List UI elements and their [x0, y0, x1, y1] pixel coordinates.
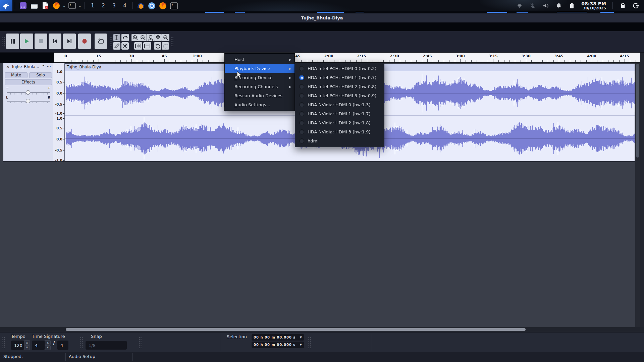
multi-tool-button[interactable] — [121, 42, 129, 50]
zoom-out-button[interactable] — [139, 34, 147, 41]
radio-icon[interactable] — [299, 84, 304, 89]
submenu-item-7[interactable]: HDA NVidia: HDMI 3 (hw:1,9) — [295, 127, 384, 136]
submenu-item-5[interactable]: HDA NVidia: HDMI 1 (hw:1,7) — [295, 109, 384, 118]
fit-project-button[interactable] — [154, 34, 162, 41]
time-signature-lower-select[interactable]: 4 — [57, 341, 68, 350]
skip-to-start-button[interactable] — [49, 34, 61, 49]
submenu-item-8[interactable]: hdmi — [295, 136, 384, 145]
track-control-panel[interactable]: × Tujhe_Bhula... ^ ⋯ Mute Solo Effects −… — [3, 63, 53, 161]
workspace-4[interactable]: 4 — [119, 3, 130, 9]
submenu-item-1[interactable]: HDA Intel PCH: HDMI 1 (hw:0,7) — [295, 73, 384, 82]
toolbar-grip[interactable] — [2, 337, 5, 348]
zoom-in-button[interactable] — [131, 34, 139, 41]
zoom-to-selection-button[interactable] — [147, 34, 154, 41]
radio-icon[interactable] — [299, 138, 304, 143]
redo-button[interactable] — [162, 42, 169, 50]
chevron-down-icon[interactable]: ⌄ — [77, 4, 82, 8]
menu-item-audio-settings-[interactable]: Audio Settings... — [225, 100, 294, 109]
radio-icon[interactable] — [299, 111, 304, 116]
selection-start-field[interactable]: 00 h 00 m 00.000 s ▼ — [252, 334, 304, 341]
lock-screen-icon[interactable] — [618, 1, 627, 10]
pause-button[interactable] — [6, 34, 19, 49]
track-name[interactable]: Tujhe_Bhula... — [11, 64, 40, 69]
radio-icon[interactable] — [299, 120, 304, 125]
loop-button[interactable] — [95, 34, 107, 49]
tempo-spinner[interactable]: ▲▼ — [24, 340, 30, 350]
undo-button[interactable] — [154, 42, 161, 50]
envelope-tool-button[interactable] — [121, 34, 129, 41]
radio-icon[interactable] — [299, 93, 304, 98]
audacity-task-icon[interactable] — [136, 1, 145, 10]
radio-icon[interactable] — [299, 129, 304, 134]
effects-button[interactable]: Effects — [5, 79, 52, 85]
toolbar-grip[interactable] — [80, 337, 83, 348]
menu-item-recording-device[interactable]: Recording Device▶ — [225, 73, 294, 82]
workspace-2[interactable]: 2 — [98, 3, 109, 9]
menu-item-playback-device[interactable]: Playback Device▶ — [225, 64, 294, 73]
chevron-down-icon[interactable]: ⌄ — [62, 4, 66, 8]
timeline-ruler[interactable]: 01530451:001:151:301:452:002:152:302:453… — [54, 53, 640, 63]
toolbar-grip[interactable] — [308, 337, 311, 348]
radio-icon[interactable] — [299, 102, 304, 107]
record-icon — [82, 39, 87, 44]
battery-icon[interactable] — [567, 1, 576, 10]
file-manager-icon[interactable] — [30, 1, 39, 10]
submenu-item-4[interactable]: HDA NVidia: HDMI 0 (hw:1,3) — [295, 100, 384, 109]
play-icon — [24, 39, 30, 44]
draw-tool-button[interactable] — [113, 42, 120, 50]
submenu-item-3[interactable]: HDA Intel PCH: HDMI 3 (hw:0,9) — [295, 91, 384, 100]
time-signature-spinner[interactable]: ▲▼ — [45, 340, 51, 350]
play-button[interactable] — [20, 34, 33, 49]
terminal-task-icon[interactable]: $_ — [169, 1, 178, 10]
submenu-item-0[interactable]: HDA Intel PCH: HDMI 0 (hw:0,3) — [295, 64, 384, 73]
toolbar-grip[interactable] — [109, 37, 112, 47]
toolbar-grip[interactable] — [2, 37, 5, 47]
clock[interactable]: 08:38 PM 30/10/2025 — [581, 1, 606, 11]
horizontal-scrollbar[interactable] — [0, 327, 644, 332]
menu-item-host[interactable]: Host▶ — [225, 55, 294, 64]
selection-tool-button[interactable] — [113, 34, 120, 41]
app-launcher-kali-icon[interactable] — [0, 0, 12, 11]
tempo-input[interactable]: 120 — [11, 341, 24, 350]
window-titlebar[interactable]: Tujhe_Bhula-Diya — [0, 13, 644, 22]
text-editor-icon[interactable] — [41, 1, 50, 10]
vertical-scale-ruler[interactable]: 1.00.50.0-0.5-1.01.00.50.0-0.5-1.0 — [53, 63, 65, 161]
radio-icon[interactable] — [299, 66, 304, 71]
record-button[interactable] — [78, 34, 91, 49]
toolbar-grip[interactable] — [170, 37, 173, 47]
skip-to-end-button[interactable] — [63, 34, 76, 49]
snap-value-select[interactable]: 1/8 — [86, 341, 127, 350]
radio-selected-icon[interactable] — [299, 75, 304, 80]
app-menu-icon[interactable] — [18, 1, 28, 10]
stop-button[interactable] — [35, 34, 47, 49]
horizontal-scrollbar-thumb[interactable] — [66, 328, 526, 331]
solo-button[interactable]: Solo — [29, 72, 52, 78]
submenu-item-6[interactable]: HDA NVidia: HDMI 2 (hw:1,8) — [295, 118, 384, 127]
silence-audio-button[interactable] — [143, 42, 151, 50]
trim-audio-button[interactable] — [134, 42, 142, 50]
vertical-scrollbar[interactable] — [635, 63, 640, 327]
firefox-task-icon[interactable] — [158, 1, 167, 10]
toolbar-grip[interactable] — [139, 337, 142, 348]
pan-slider-thumb[interactable] — [26, 99, 30, 103]
gain-slider-thumb[interactable] — [26, 90, 30, 95]
submenu-item-2[interactable]: HDA Intel PCH: HDMI 2 (hw:0,8) — [295, 82, 384, 91]
submenu-arrow-icon: ▶ — [289, 85, 291, 88]
undo-icon — [155, 44, 161, 49]
menu-item-recording-channels[interactable]: Recording Channels▶ — [225, 82, 294, 91]
chromium-task-icon[interactable] — [147, 1, 156, 10]
zoom-toggle-button[interactable] — [162, 34, 169, 41]
vertical-scrollbar-thumb[interactable] — [636, 64, 639, 158]
time-signature-upper-input[interactable]: 4 — [32, 341, 45, 350]
track-menu-icon[interactable]: ⋯ — [47, 64, 51, 69]
logout-power-icon[interactable] — [631, 1, 640, 10]
menu-item-rescan-audio-devices[interactable]: Rescan Audio Devices — [225, 91, 294, 100]
selection-end-field[interactable]: 00 h 00 m 00.000 s ▼ — [252, 342, 304, 348]
terminal-icon[interactable]: $_ — [67, 1, 76, 10]
workspace-3[interactable]: 3 — [109, 3, 119, 9]
track-close-icon[interactable]: × — [6, 64, 10, 69]
track-collapse-icon[interactable]: ^ — [42, 64, 45, 69]
workspace-1[interactable]: 1 — [87, 3, 98, 9]
mute-button[interactable]: Mute — [5, 72, 28, 78]
firefox-icon[interactable] — [52, 1, 61, 10]
